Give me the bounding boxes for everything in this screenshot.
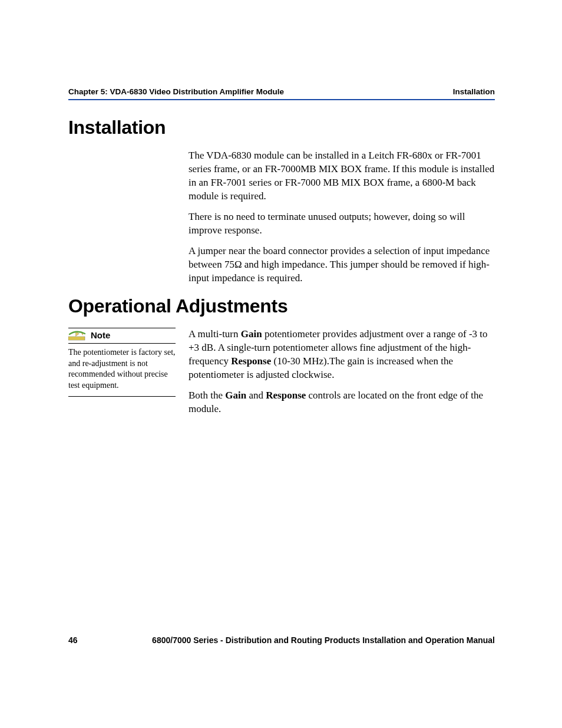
installation-p1: The VDA-6830 module can be installed in …	[189, 149, 495, 203]
heading-operational-adjustments: Operational Adjustments	[68, 295, 495, 317]
svg-rect-0	[68, 337, 85, 340]
note-text: The potentiometer is factory set, and re…	[68, 347, 176, 392]
note-header: Note	[68, 328, 176, 343]
text-run: and	[246, 390, 266, 401]
installation-body: The VDA-6830 module can be installed in …	[189, 149, 495, 285]
footer-title: 6800/7000 Series - Distribution and Rout…	[152, 635, 495, 645]
note-label: Note	[91, 330, 110, 341]
operational-p1: A multi-turn Gain potentiometer provides…	[189, 328, 495, 382]
operational-adjustments-body: Note The potentiometer is factory set, a…	[68, 328, 495, 423]
page-number: 46	[68, 635, 78, 645]
pencil-icon	[68, 331, 88, 341]
operational-adjustments-main: A multi-turn Gain potentiometer provides…	[189, 328, 495, 423]
bold-gain: Gain	[225, 390, 246, 401]
header-chapter: Chapter 5: VDA-6830 Video Distribution A…	[68, 87, 284, 96]
text-run: A multi-turn	[189, 328, 241, 340]
header-section: Installation	[453, 87, 495, 96]
operational-p2: Both the Gain and Response controls are …	[189, 389, 495, 416]
bold-response: Response	[231, 355, 271, 367]
text-run: Both the	[189, 390, 225, 401]
installation-p2: There is no need to terminate unused out…	[189, 210, 495, 238]
running-footer: 46 6800/7000 Series - Distribution and R…	[68, 635, 495, 645]
side-note: Note The potentiometer is factory set, a…	[68, 328, 176, 397]
bold-response: Response	[266, 390, 306, 401]
page-content: Chapter 5: VDA-6830 Video Distribution A…	[68, 87, 495, 423]
running-header: Chapter 5: VDA-6830 Video Distribution A…	[68, 87, 495, 100]
installation-p3: A jumper near the board connector provid…	[189, 245, 495, 285]
heading-installation: Installation	[68, 117, 495, 139]
bold-gain: Gain	[241, 328, 262, 340]
